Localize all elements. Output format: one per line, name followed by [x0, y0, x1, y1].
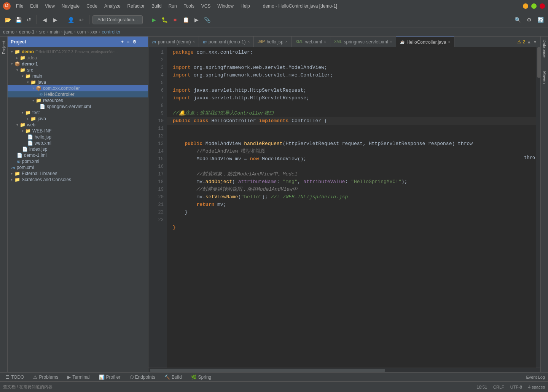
menu-vcs[interactable]: VCS	[198, 3, 214, 10]
tree-root-demo[interactable]: ▾ 📁 demo E:\IntelliJ IDEA 2017.3.1\maven…	[8, 49, 148, 55]
tab-springmvc[interactable]: XML springmvc-servlet.xml ×	[330, 37, 396, 47]
spring-tab[interactable]: 🌿 Spring	[189, 374, 214, 381]
debug-button[interactable]: 🐛	[160, 15, 169, 24]
tab-icon-hello-jsp: JSP	[258, 40, 264, 44]
tab-close-pom-demo[interactable]: ×	[193, 40, 195, 44]
event-log-label[interactable]: Event Log	[526, 375, 545, 379]
tree-external-libs[interactable]: ▸ 📁 External Libraries	[8, 171, 148, 177]
profiler-tab[interactable]: 📊 Profiler	[97, 374, 123, 381]
code-editor[interactable]: package com.xxx.controller; import org.s…	[167, 47, 536, 368]
tree-test[interactable]: ▾ 📁 test	[8, 110, 148, 116]
todo-tab[interactable]: ☰ TODO	[3, 374, 26, 381]
tree-demo1-iml[interactable]: 📄 demo-1.iml	[8, 152, 148, 158]
tree-web-xml[interactable]: 📄 web.xml	[8, 140, 148, 146]
tree-hello-jsp[interactable]: 📄 hello.jsp	[8, 134, 148, 140]
tab-pom-demo1[interactable]: m pom.xml (demo-1) ×	[199, 37, 254, 47]
profiler-run-button[interactable]: ▶	[192, 15, 201, 24]
tab-icon-springmvc: XML	[334, 40, 342, 44]
tree-main[interactable]: ▾ 📁 main	[8, 73, 148, 79]
tree-webinf[interactable]: ▾ 📁 WEB-INF	[8, 128, 148, 134]
terminal-tab[interactable]: ▶ Terminal	[65, 374, 92, 381]
tree-idea[interactable]: ▸ 📁 .idea	[8, 55, 148, 61]
warnings-down-icon[interactable]: ▼	[533, 39, 537, 45]
tab-pom-demo[interactable]: m pom.xml (demo) ×	[148, 37, 199, 47]
tree-hello-controller[interactable]: © HelloController	[8, 91, 148, 97]
forward-icon[interactable]: ▶	[51, 15, 60, 24]
breadcrumb-xxx[interactable]: xxx	[90, 29, 97, 35]
breadcrumb-demo1[interactable]: demo-1	[19, 29, 35, 35]
tab-hello-controller[interactable]: ☕ HelloController.java ×	[396, 37, 454, 47]
tree-springmvc-xml[interactable]: 📄 springmvc-servlet.xml	[8, 104, 148, 110]
tab-hello-jsp[interactable]: JSP hello.jsp ×	[254, 37, 292, 47]
tree-web[interactable]: ▾ 📁 web	[8, 122, 148, 128]
menu-build[interactable]: Build	[148, 3, 165, 10]
warnings-up-icon[interactable]: ▲	[527, 39, 531, 45]
tree-java[interactable]: ▾ 📁 java	[8, 79, 148, 85]
search-everywhere-icon[interactable]: 🔍	[513, 15, 522, 24]
update-icon[interactable]: 🔄	[536, 15, 545, 24]
minimize-button[interactable]	[523, 3, 528, 9]
menu-tools[interactable]: Tools	[181, 3, 198, 10]
menu-view[interactable]: View	[42, 3, 58, 10]
menu-help[interactable]: Help	[237, 3, 253, 10]
horizontal-scrollbar[interactable]	[148, 368, 540, 372]
tab-close-springmvc[interactable]: ×	[390, 40, 392, 44]
editor-scroll-indicator[interactable]: thro	[536, 47, 540, 368]
refresh-icon[interactable]: ↺	[24, 15, 33, 24]
scroll-thumb[interactable]	[537, 47, 540, 78]
back-icon[interactable]: ◀	[40, 15, 49, 24]
database-tab[interactable]: Database	[541, 37, 548, 61]
save-icon[interactable]: 💾	[14, 15, 23, 24]
menu-analyze[interactable]: Analyze	[101, 3, 124, 10]
tree-test-java[interactable]: ▸ 📁 java	[8, 116, 148, 122]
maven-tab[interactable]: Maven	[541, 68, 548, 87]
breadcrumb-demo[interactable]: demo	[3, 29, 14, 35]
menu-file[interactable]: File	[13, 3, 26, 10]
project-close-icon[interactable]: —	[140, 39, 144, 45]
menu-code[interactable]: Code	[83, 3, 100, 10]
menu-window[interactable]: Window	[214, 3, 237, 10]
tab-close-pom-demo1[interactable]: ×	[247, 40, 250, 44]
tree-com-xxx-controller[interactable]: ▾ 📦 com.xxx.controller	[8, 85, 148, 91]
add-configuration-button[interactable]: Add Configuration...	[92, 15, 143, 24]
project-collapse-icon[interactable]: ≡	[127, 39, 129, 45]
tree-scratches[interactable]: ▸ 📁 Scratches and Consoles	[8, 177, 148, 183]
project-add-icon[interactable]: +	[121, 39, 124, 45]
maximize-button[interactable]	[531, 3, 537, 9]
user-icon[interactable]: 👤	[66, 15, 75, 24]
build-tab[interactable]: 🔨 Build	[162, 374, 184, 381]
tab-close-web-xml[interactable]: ×	[324, 40, 326, 44]
menu-edit[interactable]: Edit	[27, 3, 41, 10]
stop-button[interactable]: ■	[170, 15, 180, 24]
tree-demo1[interactable]: ▾ 📦 demo-1	[8, 61, 148, 67]
tab-close-hello-jsp[interactable]: ×	[285, 40, 288, 44]
breadcrumb-controller[interactable]: controller	[102, 29, 120, 35]
breadcrumb-src[interactable]: src	[39, 29, 45, 35]
project-tab-label[interactable]: Project	[1, 38, 7, 57]
undo-icon[interactable]: ↩	[77, 15, 86, 24]
h-scroll-thumb[interactable]	[150, 369, 385, 372]
problems-tab[interactable]: ⚠ Problems	[31, 374, 61, 381]
endpoints-tab[interactable]: ⬡ Endpoints	[127, 374, 158, 381]
menu-run[interactable]: Run	[166, 3, 180, 10]
tree-pom-xml-demo[interactable]: m pom.xml	[8, 164, 148, 171]
attach-button[interactable]: 📎	[202, 15, 212, 24]
menu-navigate[interactable]: Navigate	[59, 3, 83, 10]
run-button[interactable]: ▶	[149, 15, 158, 24]
project-panel-title: Project	[11, 39, 26, 45]
tree-resources[interactable]: ▾ 📁 resources	[8, 97, 148, 104]
coverage-button[interactable]: 📋	[181, 15, 190, 24]
breadcrumb-java[interactable]: java	[64, 29, 73, 35]
tab-close-hello-controller[interactable]: ×	[448, 40, 450, 44]
settings-icon[interactable]: ⚙	[524, 15, 534, 24]
open-file-icon[interactable]: 📂	[3, 15, 12, 24]
close-button[interactable]	[540, 3, 545, 9]
tab-web-xml[interactable]: XML web.xml ×	[292, 37, 330, 47]
breadcrumb-main[interactable]: main	[50, 29, 60, 35]
tree-pom-xml-demo1[interactable]: m pom.xml	[8, 158, 148, 164]
breadcrumb-com[interactable]: com	[77, 29, 86, 35]
menu-refactor[interactable]: Refactor	[124, 3, 148, 10]
tree-src[interactable]: ▾ 📁 src	[8, 67, 148, 73]
project-settings-icon[interactable]: ⚙	[132, 39, 137, 45]
tree-index-jsp[interactable]: 📄 index.jsp	[8, 146, 148, 152]
